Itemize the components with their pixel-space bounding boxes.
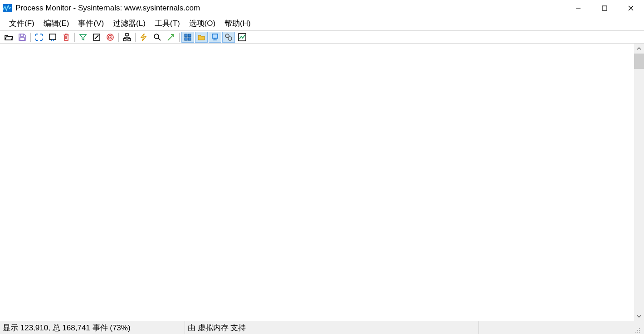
clear-button[interactable] — [60, 32, 73, 43]
open-button[interactable] — [2, 32, 15, 43]
save-button[interactable] — [16, 32, 29, 43]
toolbar — [0, 31, 644, 44]
minimize-button[interactable] — [565, 0, 591, 16]
jump-arrow-icon — [166, 33, 176, 42]
menu-bar: 文件(F) 编辑(E) 事件(V) 过滤器(L) 工具(T) 选项(O) 帮助(… — [0, 16, 644, 31]
svg-point-11 — [110, 36, 111, 38]
svg-point-15 — [154, 34, 159, 39]
toggle-filesystem-button[interactable] — [195, 32, 208, 43]
menu-help[interactable]: 帮助(H) — [220, 16, 255, 30]
toggle-registry-button[interactable] — [181, 32, 194, 43]
svg-line-16 — [158, 38, 161, 40]
svg-rect-18 — [188, 34, 191, 37]
menu-filter[interactable]: 过滤器(L) — [108, 16, 150, 30]
svg-rect-12 — [126, 34, 128, 36]
status-events: 显示 123,910, 总 168,741 事件 (73%) — [0, 321, 185, 334]
filter-button[interactable] — [77, 32, 89, 43]
svg-rect-17 — [185, 34, 187, 37]
registry-icon — [183, 33, 192, 42]
svg-rect-7 — [49, 34, 56, 39]
highlight-icon — [92, 33, 101, 42]
svg-point-31 — [639, 330, 640, 331]
jump-to-button[interactable] — [165, 32, 177, 43]
highlight-button[interactable] — [90, 32, 103, 43]
event-properties-button[interactable] — [137, 32, 150, 43]
svg-rect-19 — [185, 38, 187, 40]
svg-point-29 — [639, 328, 640, 329]
close-icon — [628, 5, 634, 11]
status-bar: 显示 123,910, 总 168,741 事件 (73%) 由 虚拟内存 支持 — [0, 321, 644, 334]
chevron-down-icon — [637, 314, 641, 319]
search-icon — [153, 33, 162, 42]
content-area — [0, 44, 644, 321]
menu-tools[interactable]: 工具(T) — [150, 16, 185, 30]
filesystem-icon — [197, 33, 206, 42]
toolbar-separator — [179, 33, 180, 42]
menu-event[interactable]: 事件(V) — [73, 16, 108, 30]
autoscroll-icon — [48, 33, 57, 42]
toolbar-separator — [74, 33, 75, 42]
status-spacer — [479, 321, 644, 334]
menu-options[interactable]: 选项(O) — [185, 16, 220, 30]
minimize-icon — [576, 5, 581, 11]
toggle-network-button[interactable] — [209, 32, 221, 43]
toolbar-separator — [30, 33, 31, 42]
lightning-icon — [139, 33, 148, 42]
network-icon — [210, 33, 220, 42]
svg-point-32 — [635, 332, 636, 333]
svg-rect-14 — [128, 39, 131, 41]
toolbar-separator — [135, 33, 136, 42]
maximize-button[interactable] — [591, 0, 618, 16]
funnel-icon — [78, 33, 88, 42]
svg-point-33 — [637, 332, 638, 333]
process-tree-button[interactable] — [121, 32, 133, 43]
window-title: Process Monitor - Sysinternals: www.sysi… — [15, 4, 200, 13]
menu-edit[interactable]: 编辑(E) — [39, 16, 74, 30]
tree-icon — [122, 33, 132, 42]
open-folder-icon — [4, 33, 13, 42]
svg-rect-22 — [212, 34, 218, 38]
svg-rect-6 — [20, 38, 24, 40]
process-gears-icon — [224, 33, 233, 42]
svg-point-30 — [637, 330, 638, 331]
chevron-up-icon — [637, 46, 641, 51]
target-icon — [106, 33, 115, 42]
find-button[interactable] — [151, 32, 164, 43]
trash-icon — [62, 33, 71, 42]
toggle-process-button[interactable] — [222, 32, 235, 43]
close-button[interactable] — [618, 0, 644, 16]
status-memory: 由 虚拟内存 支持 — [185, 321, 479, 334]
scroll-up-button[interactable] — [634, 44, 644, 54]
svg-rect-2 — [602, 6, 607, 10]
scroll-down-button[interactable] — [634, 311, 644, 321]
menu-file[interactable]: 文件(F) — [5, 16, 39, 30]
capture-button[interactable] — [33, 32, 45, 43]
svg-rect-13 — [123, 39, 126, 41]
title-bar: Process Monitor - Sysinternals: www.sysi… — [0, 0, 644, 16]
event-list[interactable] — [0, 44, 634, 321]
scrollbar-thumb[interactable] — [634, 54, 644, 69]
include-process-button[interactable] — [104, 32, 117, 43]
svg-point-27 — [228, 37, 232, 40]
svg-point-34 — [639, 332, 640, 333]
svg-rect-5 — [20, 34, 24, 36]
resize-grip-icon[interactable] — [633, 326, 641, 334]
maximize-icon — [602, 5, 607, 11]
save-icon — [18, 33, 27, 42]
autoscroll-button[interactable] — [46, 32, 59, 43]
svg-rect-20 — [188, 38, 191, 40]
vertical-scrollbar[interactable] — [634, 44, 644, 321]
toolbar-separator — [118, 33, 119, 42]
capture-icon — [34, 33, 44, 42]
app-icon — [3, 4, 12, 12]
profiling-chart-icon — [238, 33, 247, 42]
toggle-profiling-button[interactable] — [236, 32, 249, 43]
